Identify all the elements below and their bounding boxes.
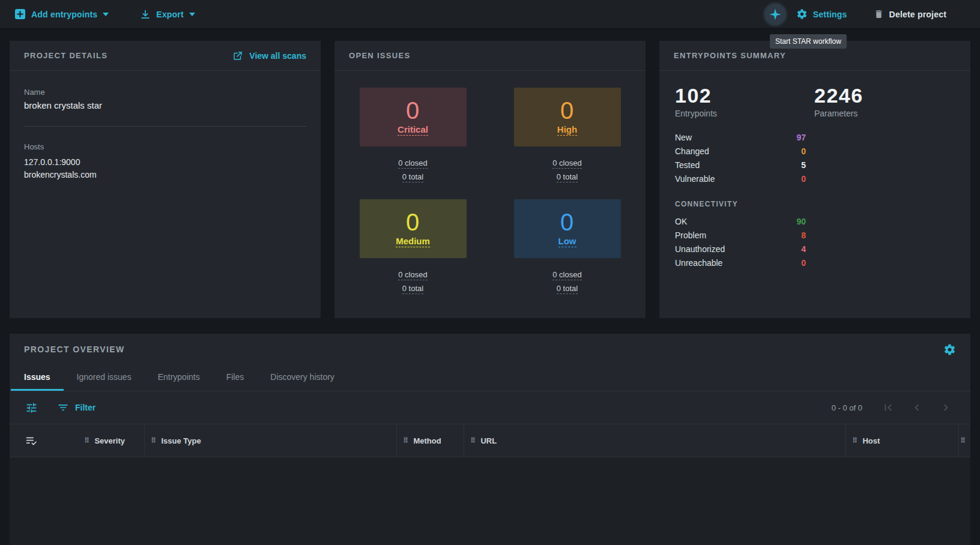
entrypoints-count-label: Entrypoints — [675, 109, 814, 118]
stat-row-unreachable: Unreachable 0 — [675, 256, 806, 269]
entrypoints-summary-body: 102 Entrypoints 2246 Parameters New 97 C… — [659, 71, 970, 283]
project-overview-header: PROJECT OVERVIEW — [10, 334, 970, 365]
entrypoints-stats-list: New 97 Changed 0 Tested 5 Vulnerable 0 — [675, 130, 806, 185]
column-header-url[interactable]: ⠿ URL — [464, 424, 845, 457]
critical-total: 0 total — [360, 172, 467, 181]
severity-tile-low[interactable]: 0 Low — [514, 199, 621, 258]
view-all-scans-button[interactable]: View all scans — [232, 50, 306, 61]
open-issues-card: OPEN ISSUES 0 Critical 0 closed 0 total … — [334, 41, 646, 318]
stat-row-problem: Problem 8 — [675, 228, 806, 242]
gear-icon — [943, 343, 956, 356]
drag-handle-icon[interactable]: ⠿ — [84, 437, 89, 444]
severity-tile-high[interactable]: 0 High — [514, 88, 621, 146]
export-button[interactable]: Export — [140, 9, 195, 20]
parameters-counter: 2246 Parameters — [814, 84, 955, 118]
project-details-title: PROJECT DETAILS — [24, 51, 107, 60]
chevron-right-icon — [939, 401, 952, 414]
open-issues-grid: 0 Critical 0 closed 0 total 0 High 0 clo… — [334, 71, 646, 310]
project-details-card: PROJECT DETAILS View all scans Name brok… — [10, 41, 321, 318]
star-workflow-tooltip: Start STAR workflow — [770, 34, 847, 49]
first-page-button[interactable] — [882, 401, 895, 414]
delete-project-label: Delete project — [889, 10, 946, 19]
severity-tile-critical[interactable]: 0 Critical — [360, 88, 467, 146]
drag-handle-icon[interactable]: ⠿ — [151, 437, 156, 444]
severity-cell-medium: 0 Medium 0 closed 0 total — [360, 199, 467, 293]
column-header-issue-type[interactable]: ⠿ Issue Type — [144, 424, 396, 457]
project-overview-title: PROJECT OVERVIEW — [24, 345, 125, 354]
high-count: 0 — [560, 98, 574, 122]
tune-icon — [25, 402, 38, 414]
settings-button[interactable]: Settings — [796, 8, 847, 20]
add-entrypoints-button[interactable]: Add entrypoints — [14, 8, 109, 20]
filter-icon — [57, 402, 69, 414]
severity-cell-critical: 0 Critical 0 closed 0 total — [360, 88, 467, 181]
drag-handle-icon[interactable]: ⠿ — [852, 437, 858, 444]
export-label: Export — [156, 10, 184, 19]
toolbar-left-group: Add entrypoints Export — [14, 8, 195, 20]
project-details-header: PROJECT DETAILS View all scans — [10, 41, 321, 71]
entrypoints-summary-title: ENTRYPOINTS SUMMARY — [674, 51, 786, 60]
low-total: 0 total — [514, 284, 621, 293]
medium-label: Medium — [396, 236, 430, 247]
pagination-info: 0 - 0 of 0 — [832, 403, 862, 412]
project-overview-panel: PROJECT OVERVIEW Issues Ignored issues E… — [10, 334, 970, 545]
high-total: 0 total — [514, 172, 621, 181]
column-header-severity[interactable]: ⠿ Severity — [78, 424, 144, 457]
stat-row-new: New 97 — [675, 130, 806, 144]
medium-total: 0 total — [360, 284, 467, 293]
tab-issues[interactable]: Issues — [11, 365, 64, 391]
start-star-workflow-button[interactable] — [763, 2, 788, 27]
gear-icon — [796, 8, 808, 20]
stat-row-unauthorized: Unauthorized 4 — [675, 242, 806, 256]
big-counters-row: 102 Entrypoints 2246 Parameters — [675, 84, 955, 118]
drag-handle-icon[interactable]: ⠿ — [960, 437, 966, 444]
parameters-count: 2246 — [814, 84, 955, 107]
tab-ignored-issues[interactable]: Ignored issues — [64, 365, 145, 391]
host-item: 127.0.0.1:9000 — [24, 156, 306, 169]
open-issues-title: OPEN ISSUES — [349, 51, 410, 60]
drag-handle-icon[interactable]: ⠿ — [470, 437, 476, 444]
column-settings-button[interactable] — [25, 402, 38, 414]
list-check-icon — [25, 435, 38, 447]
tab-discovery-history[interactable]: Discovery history — [257, 365, 348, 391]
severity-tile-medium[interactable]: 0 Medium — [360, 199, 467, 258]
project-details-body: Name broken crystals star Hosts 127.0.0.… — [10, 71, 321, 198]
host-item: brokencrystals.com — [24, 169, 306, 181]
pagination-controls — [882, 401, 955, 414]
add-entrypoints-label: Add entrypoints — [31, 10, 97, 19]
drag-handle-icon[interactable]: ⠿ — [403, 437, 408, 444]
select-all-column-header[interactable] — [10, 424, 78, 457]
entrypoints-count: 102 — [675, 84, 814, 107]
critical-closed: 0 closed — [360, 158, 467, 167]
overview-settings-button[interactable] — [943, 343, 956, 356]
project-name-value: broken crystals star — [24, 100, 306, 110]
previous-page-button[interactable] — [910, 401, 924, 414]
stat-row-tested: Tested 5 — [675, 158, 806, 172]
delete-project-button[interactable]: Delete project — [874, 9, 946, 19]
first-page-icon — [882, 401, 895, 414]
divider — [24, 126, 306, 127]
tab-files[interactable]: Files — [213, 365, 258, 391]
add-entrypoints-icon — [14, 8, 26, 20]
toolbar-right-group: Settings Delete project — [763, 2, 946, 27]
filter-label: Filter — [75, 403, 95, 412]
severity-cell-low: 0 Low 0 closed 0 total — [514, 199, 621, 293]
severity-cell-high: 0 High 0 closed 0 total — [514, 88, 621, 181]
stat-row-changed: Changed 0 — [675, 144, 806, 158]
tab-entrypoints[interactable]: Entrypoints — [145, 365, 213, 391]
connectivity-title: CONNECTIVITY — [675, 200, 955, 208]
next-page-button[interactable] — [939, 401, 952, 414]
filter-button[interactable]: Filter — [57, 402, 95, 414]
entrypoints-counter: 102 Entrypoints — [675, 84, 814, 118]
external-link-icon — [232, 50, 243, 61]
connectivity-stats-list: OK 90 Problem 8 Unauthorized 4 Unreachab… — [675, 214, 806, 269]
column-header-stub: ⠿ — [958, 424, 970, 457]
low-closed: 0 closed — [514, 270, 621, 279]
stat-row-ok: OK 90 — [675, 214, 806, 228]
column-header-method[interactable]: ⠿ Method — [396, 424, 464, 457]
high-closed: 0 closed — [514, 158, 621, 167]
sparkle-icon — [768, 7, 782, 22]
parameters-count-label: Parameters — [814, 109, 955, 118]
summary-cards-row: PROJECT DETAILS View all scans Name brok… — [10, 41, 970, 318]
column-header-host[interactable]: ⠿ Host — [845, 424, 958, 457]
